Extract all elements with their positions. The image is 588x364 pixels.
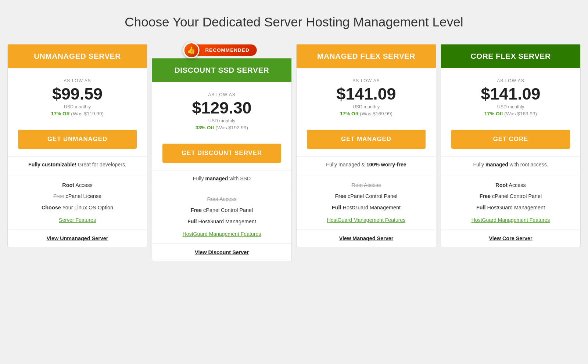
card-pricing-core-flex: AS LOW AS $141.09 USD monthly 17% Off (W… — [441, 68, 580, 124]
cards-container: UNMANAGED SERVER AS LOW AS $99.59 USD mo… — [7, 44, 581, 261]
price-sub-core-flex: USD monthly — [447, 104, 574, 109]
price-core-flex: $141.09 — [447, 85, 574, 103]
card-core-flex: CORE FLEX SERVER AS LOW AS $141.09 USD m… — [441, 44, 581, 247]
price-managed-flex: $141.09 — [302, 85, 430, 103]
recommended-badge: 👍 RECOMMENDED — [187, 44, 257, 56]
feature-item-0-2: Choose Your Linux OS Option — [14, 204, 141, 211]
view-link-core-flex[interactable]: View Core Server — [489, 235, 532, 241]
card-desc-core-flex: Fully managed with root access. — [441, 156, 580, 174]
feature-link-managed-flex[interactable]: HostGuard Management Features — [302, 217, 430, 223]
price-unmanaged: $99.59 — [14, 85, 141, 103]
recommended-badge-wrapper: 👍 RECOMMENDED — [187, 44, 257, 56]
feature-item-0-1: Free cPanel License — [14, 192, 141, 200]
feature-item-2-1: Free cPanel Control Panel — [302, 192, 430, 200]
card-header-discount-ssd: DISCOUNT SSD SERVER — [152, 58, 291, 82]
price-sub-discount-ssd: USD monthly — [158, 118, 286, 123]
card-header-unmanaged: UNMANAGED SERVER — [8, 44, 147, 68]
page-title: Choose Your Dedicated Server Hosting Man… — [7, 15, 581, 29]
feature-item-3-2: Full HostGuard Management — [447, 204, 574, 211]
discount-managed-flex: 17% Off (Was $169.99) — [302, 111, 430, 116]
card-desc-unmanaged: Fully customizable! Great for developers… — [8, 156, 147, 174]
card-pricing-managed-flex: AS LOW AS $141.09 USD monthly 17% Off (W… — [297, 68, 436, 124]
card-managed-flex: MANAGED FLEX SERVER AS LOW AS $141.09 US… — [296, 44, 436, 247]
card-pricing-discount-ssd: AS LOW AS $129.30 USD monthly 33% Off (W… — [152, 82, 291, 138]
feature-item-1-2: Full HostGuard Management — [158, 218, 286, 225]
card-features-discount-ssd: Root Access Free cPanel Control Panel Fu… — [152, 188, 291, 243]
card-footer-unmanaged: View Unmanaged Server — [8, 230, 147, 247]
cta-button-unmanaged[interactable]: GET UNMANAGED — [18, 130, 136, 149]
card-header-managed-flex: MANAGED FLEX SERVER — [297, 44, 436, 68]
feature-item-1-0: Root Access — [158, 195, 286, 203]
feature-item-0-0: Root Access — [14, 181, 141, 189]
as-low-as-discount-ssd: AS LOW AS — [158, 92, 286, 97]
card-title-managed-flex: MANAGED FLEX SERVER — [302, 52, 430, 61]
card-features-managed-flex: Root Access Free cPanel Control Panel Fu… — [297, 174, 436, 229]
feature-item-3-1: Free cPanel Control Panel — [447, 192, 574, 200]
as-low-as-core-flex: AS LOW AS — [447, 78, 574, 83]
card-unmanaged: UNMANAGED SERVER AS LOW AS $99.59 USD mo… — [7, 44, 147, 247]
price-sub-unmanaged: USD monthly — [14, 104, 141, 109]
as-low-as-unmanaged: AS LOW AS — [14, 78, 141, 83]
card-features-core-flex: Root Access Free cPanel Control Panel Fu… — [441, 174, 580, 229]
feature-link-core-flex[interactable]: HostGuard Management Features — [447, 217, 574, 223]
feature-item-3-0: Root Access — [447, 181, 574, 189]
view-link-managed-flex[interactable]: View Managed Server — [339, 235, 394, 241]
discount-unmanaged: 17% Off (Was $119.99) — [14, 111, 141, 116]
cta-button-managed-flex[interactable]: GET MANAGED — [307, 130, 425, 149]
feature-item-2-2: Full HostGuard Management — [302, 204, 430, 211]
card-header-core-flex: CORE FLEX SERVER — [441, 44, 580, 68]
card-footer-discount-ssd: View Discount Server — [152, 244, 291, 261]
card-footer-core-flex: View Core Server — [441, 230, 580, 247]
discount-core-flex: 17% Off (Was $169.99) — [447, 111, 574, 116]
as-low-as-managed-flex: AS LOW AS — [302, 78, 430, 83]
feature-link-discount-ssd[interactable]: HostGuard Management Features — [158, 231, 286, 237]
card-title-discount-ssd: DISCOUNT SSD SERVER — [158, 66, 286, 75]
discount-discount-ssd: 33% Off (Was $192.99) — [158, 125, 286, 130]
card-desc-discount-ssd: Fully managed with SSD — [152, 170, 291, 188]
price-sub-managed-flex: USD monthly — [302, 104, 430, 109]
cta-button-discount-ssd[interactable]: GET DISCOUNT SERVER — [162, 144, 281, 163]
feature-item-2-0: Root Access — [302, 181, 430, 189]
card-title-unmanaged: UNMANAGED SERVER — [14, 52, 141, 61]
card-footer-managed-flex: View Managed Server — [297, 230, 436, 247]
card-title-core-flex: CORE FLEX SERVER — [447, 52, 574, 61]
feature-link-unmanaged[interactable]: Server Features — [14, 217, 141, 223]
card-desc-managed-flex: Fully managed & 100% worry-free — [297, 156, 436, 174]
card-pricing-unmanaged: AS LOW AS $99.59 USD monthly 17% Off (Wa… — [8, 68, 147, 124]
card-features-unmanaged: Root Access Free cPanel License Choose Y… — [8, 174, 147, 229]
price-discount-ssd: $129.30 — [158, 99, 286, 117]
cta-button-core-flex[interactable]: GET CORE — [451, 130, 570, 149]
feature-item-1-1: Free cPanel Control Panel — [158, 206, 286, 214]
view-link-unmanaged[interactable]: View Unmanaged Server — [47, 235, 108, 241]
card-discount-ssd: 👍 RECOMMENDED DISCOUNT SSD SERVER AS LOW… — [152, 58, 292, 261]
thumbs-up-icon: 👍 — [183, 42, 199, 58]
recommended-label: RECOMMENDED — [205, 47, 250, 53]
view-link-discount-ssd[interactable]: View Discount Server — [195, 249, 249, 255]
